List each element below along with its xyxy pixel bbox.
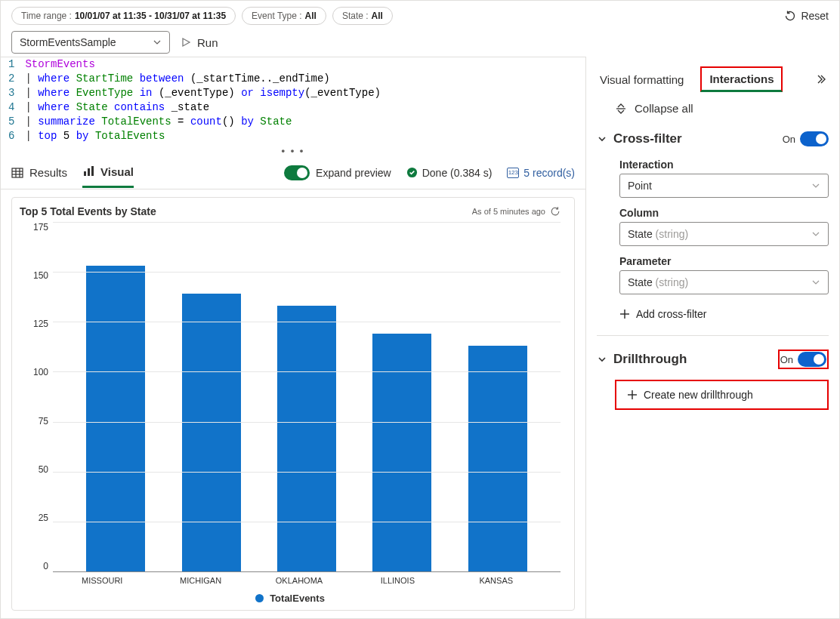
chart-timestamp: As of 5 minutes ago: [472, 207, 545, 216]
interaction-dropdown[interactable]: Point: [619, 174, 829, 198]
toggle-on-label: On: [783, 134, 795, 145]
reset-icon: [784, 10, 796, 22]
chevron-down-icon: [811, 181, 820, 190]
toggle-on-icon: [284, 165, 310, 180]
section-drillthrough[interactable]: Drillthrough On: [597, 343, 829, 375]
chart-bar[interactable]: [182, 294, 241, 571]
tab-results[interactable]: Results: [11, 159, 67, 186]
tab-interactions[interactable]: Interactions: [700, 66, 783, 92]
parameter-field-label: Parameter: [597, 249, 829, 270]
event-type-value: All: [305, 11, 317, 21]
drillthrough-title: Drillthrough: [613, 352, 772, 367]
switch-on-icon: [800, 131, 829, 146]
state-filter[interactable]: State : All: [332, 7, 393, 25]
section-cross-filter[interactable]: Cross-filter On: [597, 125, 829, 152]
chevron-down-icon: [597, 134, 607, 144]
column-field-label: Column: [597, 201, 829, 222]
database-select-value: StormEventsSample: [20, 36, 116, 48]
refresh-icon[interactable]: [550, 206, 561, 217]
parameter-dropdown[interactable]: State (string): [619, 270, 829, 294]
query-status: Done (0.384 s): [406, 167, 493, 179]
y-axis-ticks: 1751501251007550250: [20, 217, 53, 571]
collapse-all-label: Collapse all: [635, 102, 693, 115]
collapse-panel-icon[interactable]: [817, 73, 829, 85]
tab-interactions-label: Interactions: [709, 72, 774, 85]
chevron-down-icon: [811, 278, 820, 287]
time-range-filter[interactable]: Time range : 10/01/07 at 11:35 - 10/31/0…: [11, 7, 236, 25]
tab-visual-formatting-label: Visual formatting: [600, 73, 684, 86]
legend-label: TotalEvents: [270, 593, 325, 604]
svg-rect-0: [12, 168, 23, 177]
reset-label: Reset: [801, 10, 829, 22]
records-label: 5 record(s): [523, 167, 575, 179]
run-label: Run: [197, 36, 218, 49]
run-button[interactable]: Run: [181, 36, 218, 49]
bar-chart-icon: [82, 165, 94, 177]
chart-bar[interactable]: [468, 346, 527, 571]
interaction-value: Point: [628, 180, 652, 192]
legend-swatch: [255, 594, 264, 602]
reset-button[interactable]: Reset: [784, 10, 829, 22]
chevron-down-icon: [153, 38, 162, 47]
svg-rect-6: [88, 168, 90, 176]
cross-filter-toggle[interactable]: On: [783, 131, 829, 146]
code-area[interactable]: StormEvents | where StartTime between (_…: [22, 57, 384, 143]
state-filter-value: All: [372, 11, 383, 21]
chevron-down-icon: [811, 229, 820, 239]
play-icon: [181, 37, 191, 48]
svg-rect-5: [84, 171, 86, 176]
chart-bar[interactable]: [86, 266, 145, 571]
parameter-value: State (string): [628, 276, 688, 288]
chart-title: Top 5 Total Events by State: [20, 205, 156, 217]
expand-preview-toggle[interactable]: Expand preview: [284, 165, 391, 180]
collapse-all-icon: [615, 103, 627, 115]
event-type-label: Event Type :: [252, 11, 302, 21]
chart-bar[interactable]: [372, 334, 431, 571]
toggle-on-label: On: [780, 354, 793, 365]
create-drillthrough-label: Create new drillthrough: [644, 389, 753, 401]
database-select[interactable]: StormEventsSample: [11, 31, 170, 54]
add-cross-filter-label: Add cross-filter: [636, 308, 706, 320]
chevron-down-icon: [597, 354, 607, 365]
event-type-filter[interactable]: Event Type : All: [242, 7, 326, 25]
tab-results-label: Results: [29, 166, 67, 179]
chart-plot-area: [53, 217, 561, 571]
x-axis-labels: MISSOURIMICHIGANOKLAHOMAILLINOISKANSAS: [20, 571, 561, 585]
chart-card: Top 5 Total Events by State As of 5 minu…: [11, 197, 575, 611]
svg-rect-7: [91, 166, 94, 176]
tab-visual-label: Visual: [100, 165, 134, 178]
chart-legend: TotalEvents: [20, 585, 561, 607]
tab-visual[interactable]: Visual: [82, 158, 134, 188]
resize-handle[interactable]: • • •: [1, 143, 585, 156]
time-range-label: Time range :: [21, 11, 72, 21]
interaction-field-label: Interaction: [597, 152, 829, 174]
column-value: State (string): [628, 228, 688, 240]
add-cross-filter-button[interactable]: Add cross-filter: [597, 297, 829, 328]
cross-filter-title: Cross-filter: [613, 131, 777, 146]
plus-icon: [619, 309, 630, 319]
record-count: 123 5 record(s): [507, 167, 575, 179]
chart-bar[interactable]: [277, 306, 336, 571]
records-icon: 123: [507, 168, 519, 178]
tab-visual-formatting[interactable]: Visual formatting: [597, 67, 687, 92]
status-text: Done (0.384 s): [422, 167, 493, 179]
expand-preview-label: Expand preview: [316, 167, 391, 179]
time-range-value: 10/01/07 at 11:35 - 10/31/07 at 11:35: [75, 11, 226, 21]
line-gutter: 123 456: [1, 57, 22, 143]
table-icon: [11, 167, 23, 179]
drillthrough-toggle[interactable]: On: [780, 352, 826, 367]
column-dropdown[interactable]: State (string): [619, 222, 829, 246]
state-filter-label: State :: [342, 11, 369, 21]
check-circle-icon: [406, 167, 418, 178]
query-editor[interactable]: 123 456 StormEvents | where StartTime be…: [1, 57, 585, 143]
collapse-all-button[interactable]: Collapse all: [597, 96, 829, 125]
create-drillthrough-button[interactable]: Create new drillthrough: [616, 381, 764, 408]
switch-on-icon: [798, 352, 826, 367]
plus-icon: [627, 390, 638, 400]
